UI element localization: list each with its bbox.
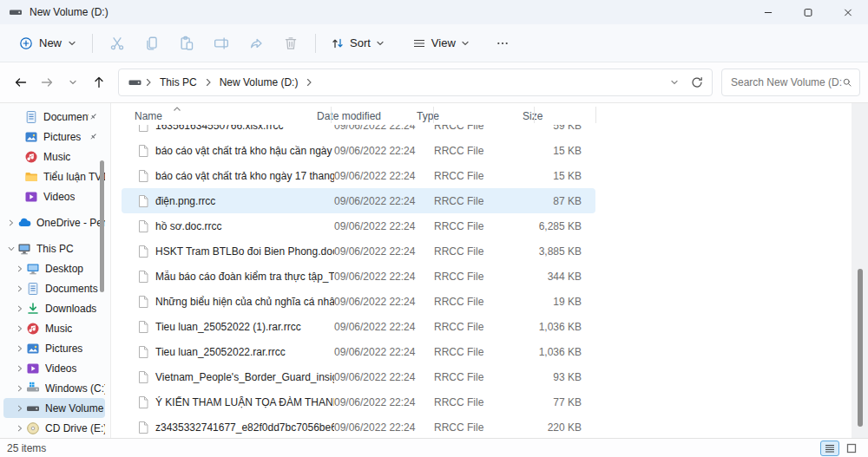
column-header-date-modified[interactable]: Date modified bbox=[317, 110, 417, 122]
tree-chevron-right-icon[interactable] bbox=[14, 343, 26, 355]
sidebar-item-new-volume-d[interactable]: New Volume (D: bbox=[3, 398, 105, 418]
file-row[interactable]: Tieu luan_25052022.rar.rrcc09/06/2022 22… bbox=[122, 339, 595, 364]
sidebar-item-cd-drive-e-sur[interactable]: CD Drive (E:) Sur bbox=[3, 418, 105, 438]
sidebar-item-desktop[interactable]: Desktop bbox=[3, 258, 105, 278]
up-button[interactable] bbox=[87, 69, 111, 95]
sidebar-item-documents[interactable]: Documents bbox=[3, 107, 105, 127]
file-row[interactable]: Ý KIẾN THAM LUẬN TỌA ĐÀM THANH N...09/06… bbox=[122, 389, 595, 415]
large-icons-view-button[interactable] bbox=[842, 441, 861, 456]
cd-icon bbox=[26, 421, 40, 435]
file-row[interactable]: hồ sơ.doc.rrcc09/06/2022 22:24RRCC File6… bbox=[122, 213, 595, 238]
back-button[interactable] bbox=[9, 69, 33, 95]
column-header-name[interactable]: Name bbox=[112, 110, 317, 122]
sidebar-scrollbar[interactable] bbox=[100, 160, 104, 292]
address-dropdown-button[interactable] bbox=[663, 71, 686, 94]
view-button-label: View bbox=[431, 36, 456, 49]
sidebar-item-label: OneDrive - Person bbox=[36, 217, 105, 229]
tree-chevron-right-icon[interactable] bbox=[14, 422, 26, 434]
breadcrumb-item-this-pc[interactable]: This PC bbox=[155, 75, 202, 90]
file-type: RRCC File bbox=[434, 396, 530, 408]
file-name: Tieu luan_25052022.rar.rrcc bbox=[155, 346, 334, 358]
column-header-type[interactable]: Type bbox=[417, 110, 513, 122]
pin-icon bbox=[89, 132, 98, 141]
cut-button[interactable] bbox=[100, 29, 135, 57]
content-area: DocumentsPicturesMusicTiểu luận TV142(Vi… bbox=[0, 103, 868, 438]
copy-icon bbox=[144, 36, 160, 51]
delete-button[interactable] bbox=[273, 29, 308, 57]
forward-button[interactable] bbox=[35, 69, 59, 95]
share-icon bbox=[248, 36, 264, 51]
column-divider[interactable] bbox=[534, 107, 535, 123]
tree-chevron-right-icon[interactable] bbox=[5, 217, 17, 229]
breadcrumb-item-new-volume[interactable]: New Volume (D:) bbox=[214, 75, 304, 90]
minimize-button[interactable] bbox=[748, 0, 788, 24]
tree-chevron-right-icon[interactable] bbox=[14, 362, 26, 375]
file-row[interactable]: điện.png.rrcc09/06/2022 22:24RRCC File87… bbox=[122, 188, 595, 213]
file-row[interactable]: báo cáo vật chất trả kho ngày 17 thang 3… bbox=[122, 163, 595, 188]
tree-chevron-right-icon[interactable] bbox=[14, 283, 26, 295]
pictures-icon bbox=[24, 130, 38, 144]
column-divider[interactable] bbox=[595, 107, 596, 123]
file-row[interactable]: Tieu luan_25052022 (1).rar.rrcc09/06/202… bbox=[122, 314, 595, 339]
sidebar-item-windows-c[interactable]: Windows (C:) bbox=[3, 378, 105, 398]
file-date-modified: 09/06/2022 22:24 bbox=[334, 220, 434, 232]
share-button[interactable] bbox=[239, 29, 273, 57]
file-row[interactable]: HSKT Tram BTLBo đoi Bien Phong.doc.rrcc0… bbox=[122, 238, 595, 264]
close-button[interactable] bbox=[828, 0, 868, 24]
sort-ascending-icon bbox=[173, 103, 181, 110]
tree-chevron-right-icon[interactable] bbox=[14, 402, 26, 415]
tree-chevron-right-icon[interactable] bbox=[14, 323, 26, 335]
tree-chevron-right-icon[interactable] bbox=[14, 382, 26, 395]
maximize-button[interactable] bbox=[788, 0, 828, 24]
recent-locations-button[interactable] bbox=[61, 69, 85, 95]
scrollbar-thumb[interactable] bbox=[858, 269, 863, 427]
file-row[interactable]: báo cáo vật chất trả kho hậu cần ngày 17… bbox=[122, 138, 595, 163]
file-type: RRCC File bbox=[434, 296, 530, 308]
refresh-button[interactable] bbox=[686, 71, 708, 94]
sidebar-item-onedrive-person[interactable]: OneDrive - Person bbox=[3, 212, 105, 232]
more-options-button[interactable] bbox=[488, 29, 519, 57]
sidebar-item-videos[interactable]: Videos bbox=[3, 186, 105, 206]
sidebar-item-pictures[interactable]: Pictures bbox=[3, 127, 105, 147]
details-view-button[interactable] bbox=[820, 441, 839, 456]
sidebar-item-label: This PC bbox=[36, 243, 74, 255]
search-input[interactable] bbox=[731, 76, 842, 88]
file-type: RRCC File bbox=[434, 271, 530, 283]
sidebar-item-label: Music bbox=[43, 151, 70, 163]
file-row[interactable]: Những biểu hiện của chủ nghĩa cá nhân.d.… bbox=[122, 289, 595, 314]
sidebar-item-pictures[interactable]: Pictures bbox=[3, 338, 105, 358]
column-divider[interactable] bbox=[331, 107, 332, 123]
refresh-icon bbox=[690, 75, 704, 89]
file-date-modified: 09/06/2022 22:24 bbox=[334, 321, 434, 333]
sidebar-item-videos[interactable]: Videos bbox=[3, 358, 105, 378]
address-bar-row: This PC New Volume (D:) bbox=[0, 62, 868, 103]
sidebar-item-this-pc[interactable]: This PC bbox=[3, 238, 105, 258]
sidebar-item-music[interactable]: Music bbox=[3, 147, 105, 166]
file-row[interactable]: z3435332741677_e82f0dd7bc7056be6d6...09/… bbox=[122, 415, 595, 440]
sidebar-item-downloads[interactable]: Downloads bbox=[3, 298, 105, 318]
column-header-size[interactable]: Size bbox=[513, 110, 574, 122]
file-date-modified: 09/06/2022 22:24 bbox=[334, 170, 434, 182]
file-size: 344 KB bbox=[530, 271, 591, 283]
documents-icon bbox=[24, 110, 38, 124]
column-divider[interactable] bbox=[433, 107, 434, 123]
view-toggles bbox=[820, 441, 861, 456]
view-button[interactable]: View bbox=[404, 29, 477, 57]
sidebar-item-music[interactable]: Music bbox=[3, 318, 105, 338]
rename-button[interactable] bbox=[204, 29, 239, 57]
sidebar-item-documents[interactable]: Documents bbox=[3, 278, 105, 298]
sort-button[interactable]: Sort bbox=[323, 29, 392, 57]
sidebar-item-ti-u-lu-n-tv142[interactable]: Tiểu luận TV142( bbox=[3, 166, 105, 186]
chevron-down-icon bbox=[68, 39, 76, 48]
tree-chevron-down-icon[interactable] bbox=[5, 243, 17, 255]
item-count: 25 items bbox=[7, 442, 46, 454]
paste-button[interactable] bbox=[169, 29, 204, 57]
scrollbar-track[interactable] bbox=[852, 103, 868, 438]
new-button[interactable]: New bbox=[10, 29, 85, 57]
file-row[interactable]: Vietnam_People's_Border_Guard_insignia..… bbox=[122, 364, 595, 389]
tree-chevron-right-icon[interactable] bbox=[14, 263, 26, 275]
file-row[interactable]: Mẫu báo cáo đoàn kiểm tra thực tập_TS...… bbox=[122, 264, 595, 289]
tree-chevron-right-icon[interactable] bbox=[14, 303, 26, 315]
search-box bbox=[721, 69, 860, 96]
copy-button[interactable] bbox=[135, 29, 169, 57]
